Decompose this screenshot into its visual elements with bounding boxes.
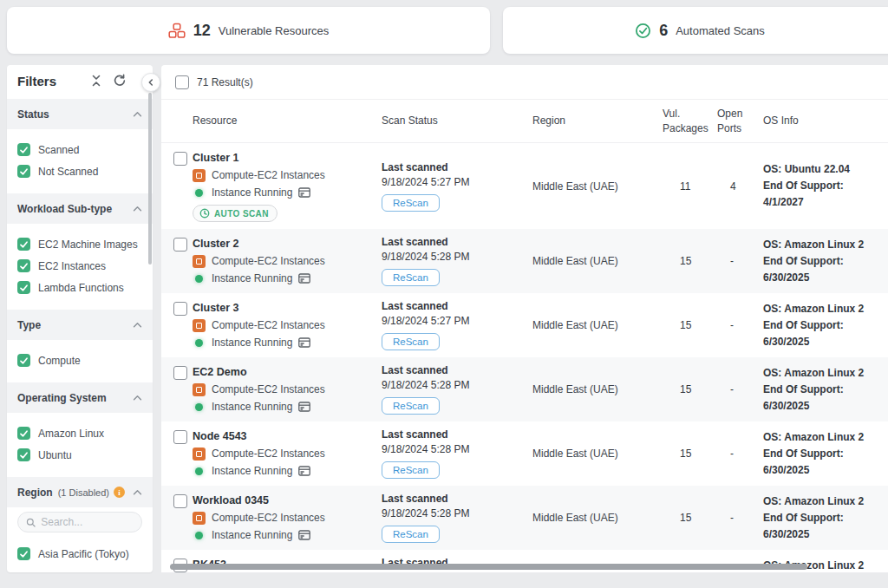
open-ports-cell: - bbox=[717, 448, 763, 460]
table-header-row: Resource Scan Status Region Vul. Package… bbox=[161, 100, 888, 143]
region-search-input[interactable] bbox=[41, 516, 134, 528]
rescan-button[interactable]: ReScan bbox=[382, 461, 440, 479]
filter-section-label: Workload Sub-type bbox=[17, 203, 112, 215]
filter-section-workload-sub-type[interactable]: Workload Sub-type bbox=[7, 193, 153, 224]
table-row[interactable]: Cluster 2Compute-EC2 InstancesInstance R… bbox=[161, 229, 888, 293]
os-name: OS: Amazon Linux 2 bbox=[763, 365, 881, 382]
filter-section-label: Status bbox=[17, 108, 49, 121]
filter-section-type[interactable]: Type bbox=[7, 310, 153, 340]
vulnerable-resources-card: 12 Vulnerable Resources bbox=[7, 7, 490, 54]
row-checkbox[interactable] bbox=[173, 494, 187, 508]
console-icon bbox=[298, 273, 310, 284]
scan-status-cell: Last scanned9/18/2024 5:28 PMReScan bbox=[382, 364, 532, 415]
results-count: 71 Result(s) bbox=[197, 76, 253, 88]
filter-item-label: Asia Pacific (Tokyo) bbox=[38, 548, 129, 560]
last-scanned-time: 9/18/2024 5:28 PM bbox=[382, 572, 532, 572]
last-scanned-label: Last scanned bbox=[382, 300, 532, 312]
region-cell: Middle East (UAE) bbox=[532, 512, 663, 524]
ec2-instance-icon bbox=[193, 383, 206, 396]
filter-item-label: Amazon Linux bbox=[38, 428, 104, 440]
chevron-up-icon bbox=[133, 489, 142, 495]
collapse-panel-button[interactable] bbox=[141, 73, 160, 92]
instance-status: Instance Running bbox=[212, 336, 292, 349]
last-scanned-time: 9/18/2024 5:28 PM bbox=[382, 379, 532, 391]
checkbox-checked[interactable] bbox=[17, 165, 30, 178]
console-icon bbox=[298, 402, 310, 412]
os-end-of-support: End Of Support: 6/30/2025 bbox=[763, 382, 881, 415]
checkbox-checked[interactable] bbox=[17, 547, 30, 560]
filter-item: Ubuntu bbox=[7, 444, 153, 466]
filters-header: Filters bbox=[7, 65, 153, 96]
last-scanned-label: Last scanned bbox=[382, 161, 532, 173]
checkbox-checked[interactable] bbox=[17, 354, 30, 367]
auto-scan-clock-icon bbox=[199, 208, 210, 219]
open-ports-cell: - bbox=[717, 512, 763, 524]
row-checkbox[interactable] bbox=[173, 302, 187, 316]
table-row[interactable]: Workload 0345Compute-EC2 InstancesInstan… bbox=[161, 486, 888, 550]
resource-cell: EC2 DemoCompute-EC2 InstancesInstance Ru… bbox=[193, 364, 382, 415]
instance-status: Instance Running bbox=[212, 401, 292, 413]
resource-cell: Cluster 1Compute-EC2 InstancesInstance R… bbox=[193, 150, 382, 222]
open-ports-cell: - bbox=[717, 383, 763, 395]
rescan-button[interactable]: ReScan bbox=[382, 269, 440, 286]
chevron-up-icon bbox=[133, 395, 142, 401]
resource-name: Cluster 3 bbox=[193, 300, 382, 315]
filter-item: Compute bbox=[7, 350, 153, 371]
filter-section-label: Operating System bbox=[17, 392, 107, 404]
checkbox-checked[interactable] bbox=[17, 238, 30, 251]
checkbox-checked[interactable] bbox=[17, 281, 30, 294]
sidebar-scrollbar[interactable] bbox=[148, 93, 152, 265]
search-icon bbox=[26, 517, 36, 528]
os-end-of-support: End Of Support: 6/30/2025 bbox=[763, 446, 881, 479]
collapse-all-sections-icon[interactable] bbox=[90, 75, 102, 87]
automated-scans-card: 6 Automated Scans bbox=[503, 7, 888, 54]
resource-name: Workload 0345 bbox=[193, 493, 382, 507]
filter-item-label: Scanned bbox=[38, 144, 79, 156]
filter-item: EC2 Machine Images bbox=[7, 233, 153, 255]
filter-section-operating-system[interactable]: Operating System bbox=[7, 382, 153, 413]
results-bar: 71 Result(s) bbox=[161, 65, 888, 100]
vul-packages-cell: 11 bbox=[663, 180, 717, 193]
rescan-button[interactable]: ReScan bbox=[382, 194, 440, 212]
horizontal-scrollbar[interactable] bbox=[170, 564, 807, 570]
row-checkbox[interactable] bbox=[173, 430, 187, 444]
rescan-button[interactable]: ReScan bbox=[382, 333, 440, 350]
table-row[interactable]: Cluster 3Compute-EC2 InstancesInstance R… bbox=[161, 293, 888, 357]
checkbox-checked[interactable] bbox=[17, 427, 30, 440]
rescan-button[interactable]: ReScan bbox=[382, 526, 440, 543]
info-icon: i bbox=[114, 487, 125, 498]
row-checkbox[interactable] bbox=[173, 366, 187, 380]
region-search-box bbox=[17, 512, 142, 532]
table-row[interactable]: Node 4543Compute-EC2 InstancesInstance R… bbox=[161, 421, 888, 486]
table-row[interactable]: Cluster 1Compute-EC2 InstancesInstance R… bbox=[161, 143, 888, 229]
row-checkbox[interactable] bbox=[173, 152, 187, 166]
vulnerable-resources-label: Vulnerable Resources bbox=[219, 24, 329, 37]
os-info-cell: OS: Amazon Linux 2End Of Support: 6/30/2… bbox=[763, 493, 881, 543]
filter-section-status[interactable]: Status bbox=[7, 99, 153, 129]
os-name: OS: Amazon Linux 2 bbox=[763, 493, 881, 510]
filter-section-region[interactable]: Region(1 Disabled)i bbox=[7, 477, 153, 507]
rescan-button[interactable]: ReScan bbox=[382, 397, 440, 415]
filter-item: EC2 Instances bbox=[7, 255, 153, 277]
filter-item: Scanned bbox=[7, 139, 153, 160]
last-scanned-time: 9/18/2024 5:28 PM bbox=[382, 507, 532, 519]
table-row[interactable]: EC2 DemoCompute-EC2 InstancesInstance Ru… bbox=[161, 357, 888, 421]
select-all-checkbox[interactable] bbox=[175, 75, 189, 89]
row-checkbox[interactable] bbox=[173, 238, 187, 252]
os-info-cell: OS: Amazon Linux 2End Of Support: 6/30/2… bbox=[763, 301, 881, 350]
os-info-cell: OS: Ubuntu 22.04End Of Support: 4/1/2027 bbox=[763, 161, 881, 211]
region-disabled-note: (1 Disabled) bbox=[58, 487, 109, 498]
checkbox-checked[interactable] bbox=[17, 259, 30, 272]
filter-section-label: Region bbox=[17, 487, 53, 499]
os-name: OS: Ubuntu 22.04 bbox=[763, 161, 881, 178]
resource-type: Compute-EC2 Instances bbox=[212, 169, 325, 181]
console-icon bbox=[298, 530, 310, 540]
filter-item: Amazon Linux bbox=[7, 422, 153, 444]
filter-item-label: Lambda Functions bbox=[38, 282, 124, 294]
checkbox-checked[interactable] bbox=[17, 448, 30, 461]
os-name: OS: Amazon Linux 2 bbox=[763, 237, 881, 253]
col-open-ports: Open Ports bbox=[717, 107, 763, 136]
checkbox-checked[interactable] bbox=[17, 143, 30, 156]
reset-filters-icon[interactable] bbox=[113, 74, 127, 88]
resource-name: Cluster 2 bbox=[193, 236, 382, 251]
